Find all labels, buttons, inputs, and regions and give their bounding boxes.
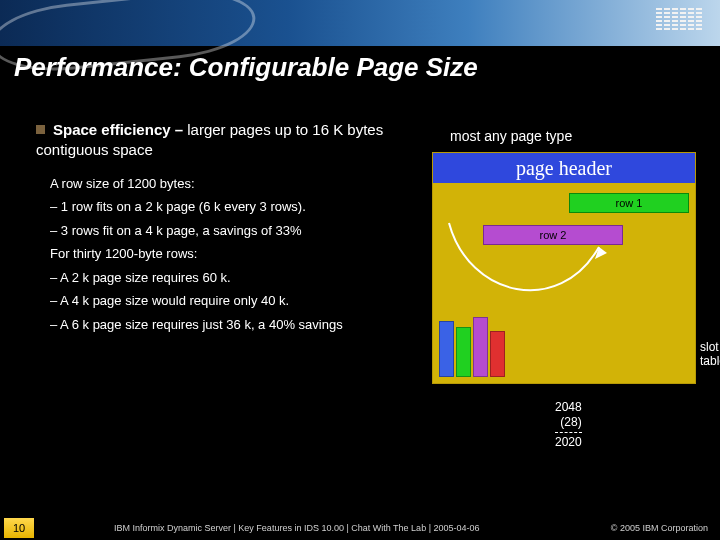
diagram-caption: most any page type <box>450 128 572 144</box>
rowsize-line: A row size of 1200 bytes: <box>50 175 416 193</box>
size-line-4k: – A 4 k page size would require only 40 … <box>50 292 416 310</box>
header-banner <box>0 0 720 46</box>
ibm-logo-icon <box>656 8 702 30</box>
headline: Space efficiency – larger pages up to 16… <box>36 120 416 161</box>
calc-block: 2048 (28) 2020 <box>555 400 582 450</box>
calc-result: 2020 <box>555 435 582 450</box>
slot-table-label-1: slot <box>700 340 719 354</box>
slide-title: Performance: Configurable Page Size <box>14 52 478 83</box>
thirty-line: For thirty 1200-byte rows: <box>50 245 416 263</box>
pointer-curve-icon <box>439 217 639 327</box>
slot-table-label-2: table <box>700 354 720 368</box>
slot-bar-3 <box>473 317 488 377</box>
footer: 10 IBM Informix Dynamic Server | Key Fea… <box>0 516 720 540</box>
calc-b: (28) <box>555 415 582 430</box>
slot-table-bars <box>439 317 505 377</box>
calc-a: 2048 <box>555 400 582 415</box>
page-diagram: page header row 1 row 2 <box>432 152 696 384</box>
row-1-block: row 1 <box>569 193 689 213</box>
slot-bar-4 <box>490 331 505 377</box>
slot-bar-2 <box>456 327 471 377</box>
headline-lead: Space efficiency – <box>53 121 183 138</box>
fit-line-1: – 1 row fits on a 2 k page (6 k every 3 … <box>50 198 416 216</box>
page-number-badge: 10 <box>4 518 34 538</box>
footer-text: IBM Informix Dynamic Server | Key Featur… <box>114 523 480 533</box>
calc-rule <box>555 432 582 433</box>
slot-bar-1 <box>439 321 454 377</box>
size-line-2k: – A 2 k page size requires 60 k. <box>50 269 416 287</box>
copyright-text: © 2005 IBM Corporation <box>611 523 708 533</box>
page-header-bar: page header <box>433 153 695 183</box>
fit-line-2: – 3 rows fit on a 4 k page, a savings of… <box>50 222 416 240</box>
body-text: Space efficiency – larger pages up to 16… <box>36 120 416 339</box>
bullet-icon <box>36 125 45 134</box>
slot-table-label: slot table <box>700 340 720 369</box>
size-line-6k: – A 6 k page size requires just 36 k, a … <box>50 316 416 334</box>
